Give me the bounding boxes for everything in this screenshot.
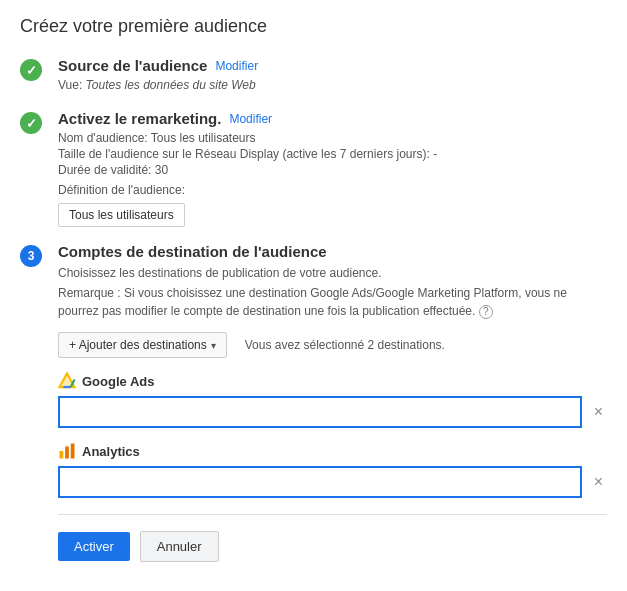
analytics-section: Analytics × [58, 442, 607, 498]
validity-label: Durée de validité: [58, 163, 151, 177]
section-source-header: Source de l'audience Modifier [58, 57, 607, 74]
step-number: 3 [20, 245, 42, 267]
section-destination-title: Comptes de destination de l'audience [58, 243, 607, 260]
google-ads-remove-button[interactable]: × [590, 403, 607, 421]
add-destinations-button[interactable]: + Ajouter des destinations ▾ [58, 332, 227, 358]
section-remarketing: ✓ Activez le remarketing. Modifier Nom d… [20, 110, 607, 227]
section-remarketing-validity: Durée de validité: 30 [58, 163, 607, 177]
footer-buttons: Activer Annuler [58, 531, 607, 562]
section-remarketing-content: Activez le remarketing. Modifier Nom d'a… [58, 110, 607, 227]
section-source-title: Source de l'audience [58, 57, 207, 74]
google-ads-icon [58, 372, 76, 390]
all-users-tag: Tous les utilisateurs [58, 203, 185, 227]
section-source-view-label: Vue: [58, 78, 82, 92]
page-title: Créez votre première audience [20, 16, 607, 37]
section-remarketing-modify-link[interactable]: Modifier [229, 112, 272, 126]
dropdown-arrow-icon: ▾ [211, 340, 216, 351]
analytics-header: Analytics [58, 442, 607, 460]
cancel-button[interactable]: Annuler [140, 531, 219, 562]
svg-rect-4 [60, 451, 64, 459]
section-remarketing-icon: ✓ [20, 112, 48, 134]
analytics-remove-button[interactable]: × [590, 473, 607, 491]
analytics-input-row: × [58, 466, 607, 498]
google-ads-section: Google Ads × [58, 372, 607, 428]
display-size-value: - [433, 147, 437, 161]
audience-name-label: Nom d'audience: [58, 131, 148, 145]
activate-button[interactable]: Activer [58, 532, 130, 561]
check-circle-remarketing: ✓ [20, 112, 42, 134]
google-ads-input-row: × [58, 396, 607, 428]
analytics-icon [58, 442, 76, 460]
display-size-label: Taille de l'audience sur le Réseau Displ… [58, 147, 430, 161]
analytics-label: Analytics [82, 444, 140, 459]
action-bar: + Ajouter des destinations ▾ Vous avez s… [58, 332, 607, 358]
section-source-icon: ✓ [20, 59, 48, 81]
section-source-view-value: Toutes les données du site Web [86, 78, 256, 92]
google-ads-input[interactable] [58, 396, 582, 428]
section-remarketing-title: Activez le remarketing. [58, 110, 221, 127]
section-destination-content: Comptes de destination de l'audience Cho… [58, 243, 607, 562]
section-destination-desc: Choisissez les destinations de publicati… [58, 266, 607, 280]
section-source-content: Source de l'audience Modifier Vue: Toute… [58, 57, 607, 94]
svg-rect-5 [65, 447, 69, 459]
google-ads-header: Google Ads [58, 372, 607, 390]
analytics-input[interactable] [58, 466, 582, 498]
destinations-selected-text: Vous avez sélectionné 2 destinations. [245, 338, 445, 352]
section-destination-note: Remarque : Si vous choisissez une destin… [58, 284, 607, 320]
section-destination: 3 Comptes de destination de l'audience C… [20, 243, 607, 562]
add-destinations-label: + Ajouter des destinations [69, 338, 207, 352]
question-icon[interactable]: ? [479, 305, 493, 319]
google-ads-label: Google Ads [82, 374, 154, 389]
definition-label: Définition de l'audience: [58, 183, 607, 197]
section-remarketing-audience-name: Nom d'audience: Tous les utilisateurs [58, 131, 607, 145]
check-circle-source: ✓ [20, 59, 42, 81]
footer-divider [58, 514, 607, 515]
section-remarketing-header: Activez le remarketing. Modifier [58, 110, 607, 127]
validity-value: 30 [155, 163, 168, 177]
audience-name-value: Tous les utilisateurs [151, 131, 256, 145]
section-source: ✓ Source de l'audience Modifier Vue: Tou… [20, 57, 607, 94]
section-remarketing-display-size: Taille de l'audience sur le Réseau Displ… [58, 147, 607, 161]
section-source-meta: Vue: Toutes les données du site Web [58, 78, 607, 92]
section-source-modify-link[interactable]: Modifier [215, 59, 258, 73]
section-destination-icon: 3 [20, 245, 48, 267]
svg-rect-6 [71, 444, 75, 459]
